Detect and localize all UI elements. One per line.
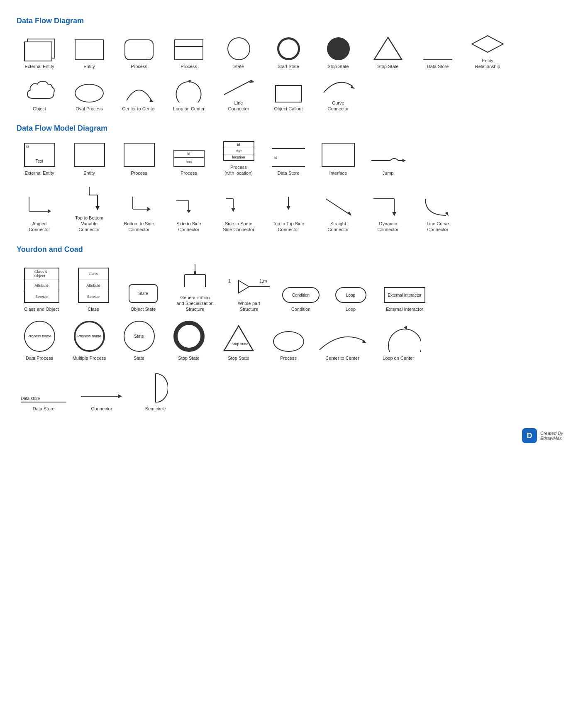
yc-label-class-obj: Class and Object xyxy=(24,306,59,312)
label-stop-state-triangle: Stop State xyxy=(377,63,398,69)
yc-symbol-loop: Loop Loop xyxy=(328,287,373,312)
label-entity-relationship: EntityRelationship xyxy=(475,58,500,70)
symbol-stop-state-filled: Stop State xyxy=(315,37,361,69)
dfmd-title: Data Flow Model Diagram xyxy=(17,124,571,133)
yc-symbol-process-oval: Process xyxy=(266,331,311,361)
yc-ext-interactor-shape: External interactor xyxy=(384,287,425,303)
dfm-symbol-tts: Top to Top SideConnector xyxy=(266,195,311,233)
dfm-external-shape: id Text xyxy=(24,143,55,167)
dfm-symbol-sts: Side to SideConnector xyxy=(166,195,212,233)
dfm-symbol-process-loc: id text location Process(with location) xyxy=(216,141,261,176)
dfm-jump-shape xyxy=(369,154,407,167)
svg-text:1: 1 xyxy=(228,278,231,283)
yc-label-data-store: Data Store xyxy=(33,406,55,412)
svg-marker-32 xyxy=(392,212,396,216)
dfm-label-straight: StraightConnector xyxy=(328,221,349,233)
yc-label-state-circle: State xyxy=(134,355,144,361)
dfm-interface-shape xyxy=(322,143,355,167)
dfm-label-jump: Jump xyxy=(383,170,394,176)
bts-connector-shape xyxy=(124,195,154,217)
svg-marker-3 xyxy=(188,80,191,83)
dfm-label-dynamic: DynamicConnector xyxy=(378,221,399,233)
dfmd-row1: id Text External Entity Entity Process xyxy=(17,141,571,180)
yc-row2: Process name Data Process Process name M… xyxy=(17,321,571,365)
start-state-shape xyxy=(277,37,300,60)
svg-marker-19 xyxy=(147,207,151,211)
yc-symbol-state-circle: State State xyxy=(116,321,162,361)
yc-label-center-center: Center to Center xyxy=(325,355,359,361)
footer-line2: EdrawMax xyxy=(540,436,563,441)
dfm-label-external: External Entity xyxy=(25,170,54,176)
label-start-state: Start State xyxy=(278,63,299,69)
yc-symbol-obj-state: State Object State xyxy=(120,284,166,312)
dfd-row1: External Entity Entity Process Process xyxy=(17,34,571,74)
dfmd-row2: AngledConnector Top to BottomVariableCon… xyxy=(17,185,571,237)
angled-connector-shape xyxy=(25,195,54,217)
yc-row3: Data store Data Store Connector xyxy=(17,369,571,416)
symbol-data-store: Data Store xyxy=(415,59,461,69)
svg-marker-2 xyxy=(149,99,154,102)
dfm-label-sts: Side to SideConnector xyxy=(176,221,201,233)
svg-marker-48 xyxy=(118,394,122,398)
yc-symbol-stop-state-tri: Stop state Stop State xyxy=(216,324,261,361)
yc-mult-process-shape: Process name xyxy=(74,321,105,352)
yc-label-mult-process: Multiple Process xyxy=(73,355,106,361)
state-shape xyxy=(227,37,250,60)
dfm-label-process: Process xyxy=(131,170,147,176)
svg-marker-29 xyxy=(347,212,351,216)
yc-symbol-data-store: Data store Data Store xyxy=(17,395,71,412)
yc-label-gen-spec: Generalizationand SpecializationStructur… xyxy=(176,295,213,312)
svg-marker-25 xyxy=(231,208,235,212)
yc-symbol-ext-interactor: External interactor External Interactor xyxy=(378,287,432,312)
symbol-entity: Entity xyxy=(66,39,112,69)
yc-label-process-oval: Process xyxy=(280,355,297,361)
symbol-external-entity: External Entity xyxy=(17,39,62,69)
symbol-line-connector: LineConnector xyxy=(216,78,261,112)
entity-shape xyxy=(75,39,104,60)
yc-label-ext-interactor: External Interactor xyxy=(386,306,423,312)
sts-connector-shape xyxy=(174,195,203,217)
yc-symbol-stop-state: Stop State xyxy=(166,321,212,361)
dynamic-connector-shape xyxy=(371,195,405,217)
dfm-label-tts: Top to Top SideConnector xyxy=(273,221,304,233)
symbol-center-to-center: Center to Center xyxy=(116,84,162,112)
dfm-process-shape xyxy=(124,143,155,167)
yc-stop-state-tri-shape: Stop state xyxy=(223,324,254,352)
yc-symbol-mult-process: Process name Multiple Process xyxy=(66,321,112,361)
yc-symbol-data-process: Process name Data Process xyxy=(17,321,62,361)
yc-symbol-loop-center: Loop on Center xyxy=(373,325,423,361)
yc-label-stop-state-tri: Stop State xyxy=(228,355,249,361)
label-entity: Entity xyxy=(83,63,95,69)
symbol-oval-process: Oval Process xyxy=(66,84,112,112)
yc-label-loop-center: Loop on Center xyxy=(383,355,414,361)
svg-marker-40 xyxy=(239,280,249,293)
line-connector-shape xyxy=(222,78,255,97)
yc-label-condition: Condition xyxy=(291,306,310,312)
svg-line-4 xyxy=(224,80,252,95)
dfm-process2-shape: id text xyxy=(173,150,205,167)
symbol-stop-state-triangle: Stop State xyxy=(365,35,411,69)
symbol-process: Process xyxy=(116,39,162,69)
svg-marker-27 xyxy=(286,206,290,210)
yc-row1: Class-&-Object Attribute Service Class a… xyxy=(17,262,571,317)
dfd-row2: Object Oval Process Center to Center xyxy=(17,78,571,116)
straight-connector-shape xyxy=(322,195,355,217)
label-external-entity: External Entity xyxy=(25,63,54,69)
section-dfmd: Data Flow Model Diagram id Text External… xyxy=(17,124,571,237)
dfm-process-loc-shape: id text location xyxy=(223,141,254,161)
yc-label-whole-part: Whole-partStructure xyxy=(238,300,260,312)
stop-state-filled-shape xyxy=(327,37,350,60)
yc-center-center-shape xyxy=(317,329,367,352)
stss-connector-shape xyxy=(224,195,253,217)
svg-marker-0 xyxy=(374,37,402,59)
object-cloud-shape xyxy=(24,78,55,102)
svg-marker-22 xyxy=(187,210,191,213)
dfm-symbol-external: id Text External Entity xyxy=(17,143,62,176)
yc-connector-shape xyxy=(79,390,124,402)
dfm-label-stss: Side to SameSide Connector xyxy=(223,221,254,233)
svg-marker-43 xyxy=(224,326,253,351)
label-process: Process xyxy=(131,63,147,69)
yc-whole-part-shape: 1 1,m xyxy=(226,274,272,297)
linecurve-connector-shape xyxy=(421,195,454,217)
yc-symbol-whole-part: 1 1,m Whole-partStructure xyxy=(224,274,274,312)
